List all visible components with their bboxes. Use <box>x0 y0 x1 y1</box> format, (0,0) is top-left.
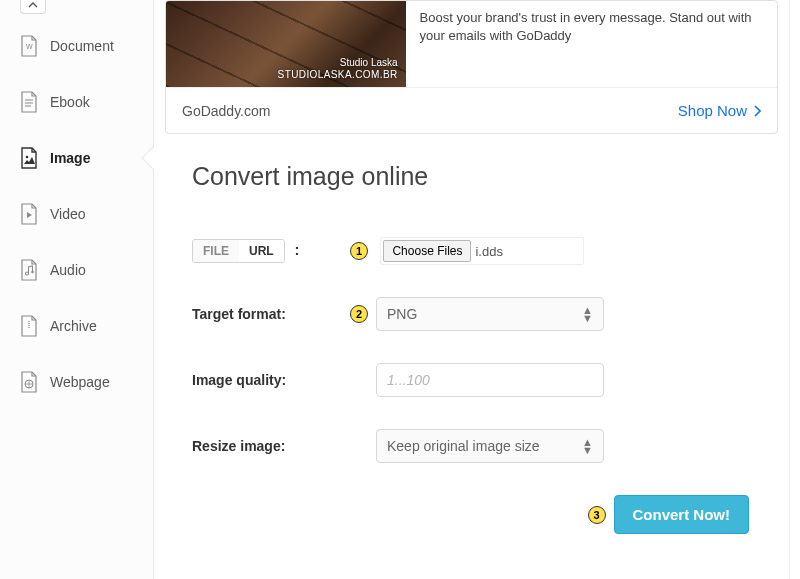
chevron-right-icon <box>753 105 761 117</box>
row-convert: 3 Convert Now! <box>192 495 789 534</box>
audio-icon <box>20 259 38 281</box>
ebook-icon <box>20 91 38 113</box>
file-picker-wrap: Choose Files i.dds <box>380 237 584 265</box>
svg-point-1 <box>26 156 29 159</box>
sidebar-item-audio[interactable]: Audio <box>0 242 153 298</box>
step-marker-1: 1 <box>350 242 368 260</box>
target-format-select[interactable]: PNG ▲▼ <box>376 297 604 331</box>
document-icon: W <box>20 35 38 57</box>
video-icon <box>20 203 38 225</box>
right-gutter <box>789 0 800 579</box>
ad-cta-label: Shop Now <box>678 102 747 119</box>
step-marker-2: 2 <box>350 305 368 323</box>
resize-image-select[interactable]: Keep original image size ▲▼ <box>376 429 604 463</box>
ad-card: Studio Laska STUDIOLASKA.COM.BR Boost yo… <box>165 0 778 134</box>
sidebar: W Document Ebook Image Video Audio Archi… <box>0 0 154 579</box>
ad-image-credit: Studio Laska STUDIOLASKA.COM.BR <box>278 57 398 81</box>
sidebar-item-video[interactable]: Video <box>0 186 153 242</box>
chevron-updown-icon: ▲▼ <box>582 438 593 454</box>
nav-list: W Document Ebook Image Video Audio Archi… <box>0 18 153 410</box>
row-target: Target format: 2 PNG ▲▼ <box>192 297 789 331</box>
source-tabs: FILE URL <box>192 239 285 263</box>
sidebar-item-image[interactable]: Image <box>0 130 153 186</box>
content: Convert image online FILE URL : 1 Choose… <box>154 134 789 534</box>
colon: : <box>295 241 300 258</box>
resize-image-label: Resize image: <box>192 438 342 454</box>
choose-files-button[interactable]: Choose Files <box>383 240 471 262</box>
nav-label: Image <box>50 150 90 166</box>
nav-label: Archive <box>50 318 97 334</box>
chosen-filename: i.dds <box>475 244 502 259</box>
target-format-value: PNG <box>387 306 417 322</box>
tab-file[interactable]: FILE <box>193 240 239 262</box>
archive-icon <box>20 315 38 337</box>
svg-text:W: W <box>26 43 33 50</box>
ad-image[interactable]: Studio Laska STUDIOLASKA.COM.BR <box>166 1 406 87</box>
sidebar-item-archive[interactable]: Archive <box>0 298 153 354</box>
sidebar-item-document[interactable]: W Document <box>0 18 153 74</box>
step-marker-3: 3 <box>588 506 606 524</box>
sidebar-item-webpage[interactable]: Webpage <box>0 354 153 410</box>
resize-image-value: Keep original image size <box>387 438 540 454</box>
svg-point-2 <box>31 271 34 274</box>
image-icon <box>20 147 38 169</box>
nav-label: Webpage <box>50 374 110 390</box>
row-file: FILE URL : 1 Choose Files i.dds <box>192 237 789 265</box>
sidebar-item-ebook[interactable]: Ebook <box>0 74 153 130</box>
nav-label: Audio <box>50 262 86 278</box>
ad-brand: GoDaddy.com <box>182 103 270 119</box>
collapse-toggle[interactable] <box>20 0 46 14</box>
tab-url[interactable]: URL <box>239 240 284 262</box>
nav-label: Document <box>50 38 114 54</box>
target-format-label: Target format: <box>192 306 342 322</box>
nav-label: Video <box>50 206 86 222</box>
main-area: Studio Laska STUDIOLASKA.COM.BR Boost yo… <box>154 0 789 579</box>
page-title: Convert image online <box>192 162 789 191</box>
row-quality: Image quality: <box>192 363 789 397</box>
ad-cta-link[interactable]: Shop Now <box>678 102 761 119</box>
chevron-updown-icon: ▲▼ <box>582 306 593 322</box>
image-quality-input[interactable] <box>376 363 604 397</box>
row-resize: Resize image: Keep original image size ▲… <box>192 429 789 463</box>
webpage-icon <box>20 371 38 393</box>
convert-now-button[interactable]: Convert Now! <box>614 495 750 534</box>
image-quality-label: Image quality: <box>192 372 342 388</box>
nav-label: Ebook <box>50 94 90 110</box>
ad-copy: Boost your brand's trust in every messag… <box>406 1 777 87</box>
